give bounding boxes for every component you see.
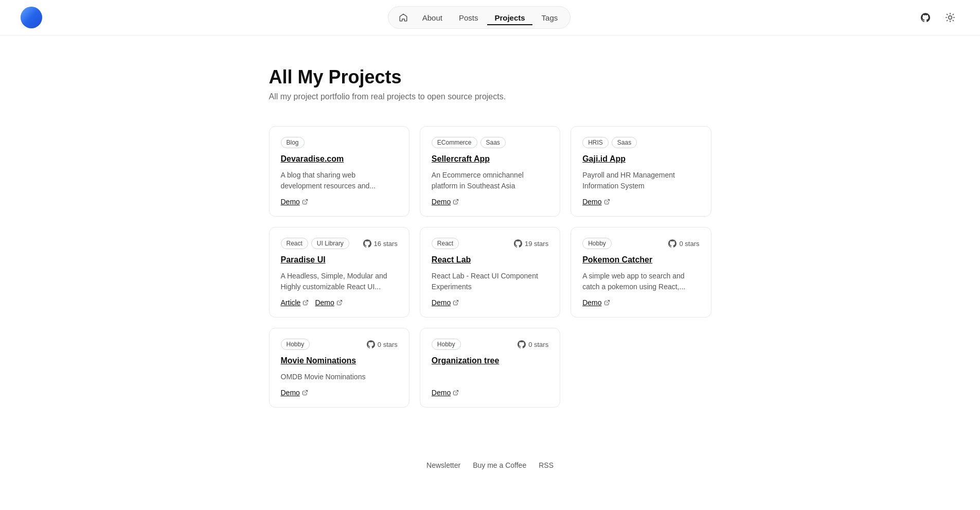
card-footer: Demo (432, 298, 548, 307)
project-card-paradise-ui: ReactUI Library 16 stars Paradise UI A H… (269, 227, 409, 318)
card-header: ReactUI Library 16 stars (281, 238, 398, 249)
card-header: Blog (281, 137, 398, 148)
footer-rss[interactable]: RSS (539, 461, 554, 469)
card-tags: React (432, 238, 459, 249)
project-description (432, 372, 548, 382)
tag-badge: Hobby (432, 339, 461, 350)
card-footer: Demo (582, 198, 699, 206)
card-tags: ReactUI Library (281, 238, 349, 249)
card-header: Hobby 0 stars (281, 339, 398, 350)
navbar: About Posts Projects Tags (0, 0, 980, 36)
card-tags: Hobby (432, 339, 461, 350)
nav-about[interactable]: About (415, 10, 450, 25)
demo-link[interactable]: Demo (432, 389, 459, 397)
svg-line-8 (953, 14, 953, 15)
svg-line-11 (607, 200, 610, 203)
card-footer: Demo (582, 298, 699, 307)
project-name[interactable]: Organization tree (432, 356, 548, 365)
card-header: HRISSaas (582, 137, 699, 148)
svg-line-5 (947, 14, 948, 15)
tag-badge: Hobby (281, 339, 310, 350)
project-card-sellercraft: ECommerceSaas Sellercraft App An Ecommer… (420, 126, 560, 217)
card-header: Hobby 0 stars (582, 238, 699, 249)
project-name[interactable]: Sellercraft App (432, 154, 548, 164)
projects-grid: Blog Devaradise.com A blog that sharing … (269, 126, 711, 408)
project-card-pokemon-catcher: Hobby 0 stars Pokemon Catcher A simple w… (571, 227, 711, 318)
stars-badge: 19 stars (514, 239, 548, 248)
tag-badge: UI Library (311, 238, 349, 249)
svg-line-14 (455, 301, 458, 304)
site-logo[interactable] (21, 7, 42, 28)
project-description: A simple web app to search and catch a p… (582, 271, 699, 292)
card-footer: Demo (281, 198, 398, 206)
svg-line-15 (607, 301, 610, 304)
github-button[interactable] (916, 8, 935, 27)
project-name[interactable]: Paradise UI (281, 255, 398, 265)
demo-link[interactable]: Demo (281, 389, 308, 397)
project-card-react-lab: React 19 stars React Lab React Lab - Rea… (420, 227, 560, 318)
card-footer: Demo (432, 198, 548, 206)
theme-toggle-button[interactable] (941, 8, 959, 27)
page-subtitle: All my project portfolio from real proje… (269, 92, 711, 101)
project-description: A blog that sharing web development reso… (281, 170, 398, 191)
project-name[interactable]: Devaradise.com (281, 154, 398, 164)
project-description: A Headless, Simple, Modular and Highly c… (281, 271, 398, 292)
project-card-gaji: HRISSaas Gaji.id App Payroll and HR Mana… (571, 126, 711, 217)
stars-badge: 16 stars (363, 239, 398, 248)
card-footer: Demo (432, 389, 548, 397)
page-title: All My Projects (269, 66, 711, 88)
tag-badge: HRIS (582, 137, 609, 148)
demo-link[interactable]: Demo (582, 298, 610, 307)
demo-link[interactable]: Demo (432, 198, 459, 206)
project-name[interactable]: Pokemon Catcher (582, 255, 699, 265)
card-tags: ECommerceSaas (432, 137, 506, 148)
project-card-movie-nominations: Hobby 0 stars Movie Nominations OMDB Mov… (269, 328, 409, 408)
tag-badge: React (432, 238, 459, 249)
project-description: OMDB Movie Nominations (281, 372, 398, 382)
svg-point-0 (949, 16, 952, 20)
card-header: Hobby 0 stars (432, 339, 548, 350)
demo-link[interactable]: Demo (582, 198, 610, 206)
card-header: React 19 stars (432, 238, 548, 249)
project-card-organization-tree: Hobby 0 stars Organization tree Demo (420, 328, 560, 408)
tag-badge: Hobby (582, 238, 612, 249)
card-footer: Article Demo (281, 298, 398, 307)
svg-line-13 (339, 301, 342, 304)
tag-badge: Saas (612, 137, 637, 148)
svg-line-10 (455, 200, 458, 203)
project-name[interactable]: Movie Nominations (281, 356, 398, 365)
footer-buy-coffee[interactable]: Buy me a Coffee (473, 461, 526, 469)
card-tags: Blog (281, 137, 305, 148)
tag-badge: React (281, 238, 308, 249)
footer-newsletter[interactable]: Newsletter (426, 461, 460, 469)
nav-posts[interactable]: Posts (452, 10, 486, 25)
stars-badge: 0 stars (367, 340, 398, 348)
card-footer: Demo (281, 389, 398, 397)
main-content: All My Projects All my project portfolio… (259, 36, 722, 449)
nav-tags[interactable]: Tags (534, 10, 565, 25)
svg-line-16 (305, 391, 308, 394)
svg-line-9 (305, 200, 308, 203)
card-tags: Hobby (582, 238, 612, 249)
demo-link[interactable]: Demo (315, 298, 342, 307)
stars-badge: 0 stars (668, 239, 699, 248)
svg-line-17 (455, 391, 458, 394)
demo-link[interactable]: Demo (281, 198, 308, 206)
demo-link[interactable]: Demo (432, 298, 459, 307)
project-name[interactable]: React Lab (432, 255, 548, 265)
svg-line-7 (947, 20, 948, 21)
project-description: React Lab - React UI Component Experimen… (432, 271, 548, 292)
tag-badge: ECommerce (432, 137, 477, 148)
article-link[interactable]: Article (281, 298, 309, 307)
nav-projects[interactable]: Projects (487, 10, 532, 25)
svg-line-12 (305, 301, 308, 304)
card-tags: HRISSaas (582, 137, 637, 148)
card-header: ECommerceSaas (432, 137, 548, 148)
project-name[interactable]: Gaji.id App (582, 154, 699, 164)
tag-badge: Blog (281, 137, 305, 148)
stars-badge: 0 stars (518, 340, 548, 348)
svg-line-6 (953, 20, 953, 21)
project-description: An Ecommerce omnichannel platform in Sou… (432, 170, 548, 191)
nav-home[interactable] (394, 10, 413, 25)
nav-icons (916, 8, 959, 27)
